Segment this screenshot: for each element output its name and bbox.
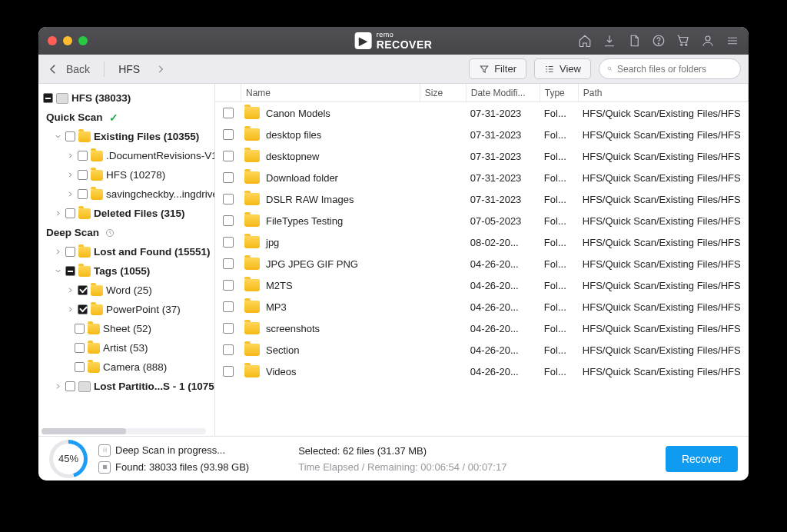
tree-existing-files[interactable]: Existing Files (10355) xyxy=(43,127,215,146)
caret-right-icon[interactable] xyxy=(66,286,75,294)
checkbox[interactable] xyxy=(65,247,75,257)
tree-powerpoint[interactable]: PowerPoint (37) xyxy=(43,300,215,319)
pause-button[interactable] xyxy=(98,444,111,457)
maximize-window-icon[interactable] xyxy=(78,36,88,45)
row-path: HFS/Quick Scan/Existing Files/HFS xyxy=(578,301,749,313)
tree-sheet[interactable]: Sheet (52) xyxy=(43,319,215,338)
row-date: 04-26-20... xyxy=(466,323,540,334)
checkbox[interactable] xyxy=(75,343,85,353)
download-icon[interactable] xyxy=(603,34,616,48)
checkbox[interactable] xyxy=(75,324,85,334)
checkbox[interactable] xyxy=(75,362,85,372)
row-checkbox[interactable] xyxy=(223,215,234,226)
scrollbar-thumb[interactable] xyxy=(42,428,126,434)
row-type: Fol... xyxy=(540,258,578,270)
tree-deep-scan[interactable]: Deep Scan xyxy=(43,223,215,242)
sidebar-scrollbar[interactable] xyxy=(42,428,206,434)
caret-right-icon[interactable] xyxy=(66,190,75,198)
view-button[interactable]: View xyxy=(534,58,591,79)
back-button[interactable]: Back xyxy=(46,62,90,76)
table-row[interactable]: M2TS04-26-20...Fol...HFS/Quick Scan/Exis… xyxy=(215,274,749,296)
recover-button[interactable]: Recover xyxy=(666,446,738,472)
tree-docrev[interactable]: .DocumentRevisions-V1 xyxy=(43,146,215,165)
row-checkbox[interactable] xyxy=(223,151,234,161)
checkbox[interactable] xyxy=(65,131,75,141)
checkbox[interactable] xyxy=(65,208,75,218)
row-checkbox[interactable] xyxy=(223,366,234,377)
col-path[interactable]: Path xyxy=(579,84,749,101)
close-window-icon[interactable] xyxy=(48,36,57,45)
minimize-window-icon[interactable] xyxy=(63,36,72,45)
row-checkbox[interactable] xyxy=(223,108,234,118)
caret-right-icon[interactable] xyxy=(66,305,75,314)
stop-button[interactable] xyxy=(98,461,111,474)
search-box[interactable] xyxy=(599,58,741,79)
tree-hfs-sub[interactable]: HFS (10278) xyxy=(43,165,215,185)
table-row[interactable]: DSLR RAW Images07-31-2023Fol...HFS/Quick… xyxy=(215,188,749,210)
row-checkbox[interactable] xyxy=(223,344,234,355)
tree-quick-scan[interactable]: Quick Scan ✓ xyxy=(43,108,215,127)
table-row[interactable]: MP304-26-20...Fol...HFS/Quick Scan/Exist… xyxy=(215,296,749,318)
col-date[interactable]: Date Modifi... xyxy=(467,84,540,101)
caret-right-icon[interactable] xyxy=(66,171,75,179)
caret-right-icon[interactable] xyxy=(66,151,75,160)
tree-artist[interactable]: Artist (53) xyxy=(43,338,215,357)
svg-point-1 xyxy=(658,43,659,44)
row-checkbox[interactable] xyxy=(223,323,234,334)
col-size[interactable]: Size xyxy=(420,84,467,101)
filter-button[interactable]: Filter xyxy=(469,58,526,79)
row-checkbox[interactable] xyxy=(223,258,234,269)
checkbox[interactable] xyxy=(78,189,88,199)
row-type: Fol... xyxy=(540,194,578,205)
search-input[interactable] xyxy=(617,64,732,75)
table-row[interactable]: screenshots04-26-20...Fol...HFS/Quick Sc… xyxy=(215,318,749,339)
caret-down-icon[interactable] xyxy=(54,132,62,141)
caret-right-icon[interactable] xyxy=(54,248,62,256)
table-row[interactable]: Download folder07-31-2023Fol...HFS/Quick… xyxy=(215,167,749,188)
checkbox[interactable] xyxy=(78,151,88,161)
table-row[interactable]: JPG JPEG GIF PNG04-26-20...Fol...HFS/Qui… xyxy=(215,253,749,274)
col-name[interactable]: Name xyxy=(241,84,420,101)
row-checkbox[interactable] xyxy=(223,280,234,291)
tree-savingcheck[interactable]: savingcheckby...ingdrive xyxy=(43,185,215,204)
savingcheck-label: savingcheckby...ingdrive xyxy=(106,188,215,200)
checkbox[interactable] xyxy=(78,285,88,295)
breadcrumb[interactable]: HFS xyxy=(118,63,140,75)
row-checkbox[interactable] xyxy=(223,129,234,140)
checkbox[interactable] xyxy=(78,170,88,180)
table-row[interactable]: Section04-26-20...Fol...HFS/Quick Scan/E… xyxy=(215,339,749,361)
tree-word[interactable]: Word (25) xyxy=(43,281,215,300)
table-row[interactable]: FileTypes Testing07-05-2023Fol...HFS/Qui… xyxy=(215,210,749,231)
tree-camera[interactable]: Camera (888) xyxy=(43,357,215,377)
table-row[interactable]: Canon Models07-31-2023Fol...HFS/Quick Sc… xyxy=(215,102,749,124)
user-icon[interactable] xyxy=(701,34,715,48)
row-checkbox[interactable] xyxy=(223,237,234,248)
checkbox[interactable] xyxy=(43,93,53,103)
row-checkbox[interactable] xyxy=(223,301,234,312)
row-checkbox[interactable] xyxy=(223,194,234,204)
row-checkbox[interactable] xyxy=(223,172,234,183)
table-row[interactable]: desktop files07-31-2023Fol...HFS/Quick S… xyxy=(215,124,749,145)
checkbox[interactable] xyxy=(65,381,75,391)
tree-lost-found[interactable]: Lost and Found (15551) xyxy=(43,242,215,261)
checkbox[interactable] xyxy=(78,304,88,314)
table-row[interactable]: jpg08-02-20...Fol...HFS/Quick Scan/Exist… xyxy=(215,231,749,253)
col-type[interactable]: Type xyxy=(540,84,579,101)
help-icon[interactable] xyxy=(652,34,666,48)
tree-root[interactable]: HFS (38033) xyxy=(43,88,215,108)
row-date: 08-02-20... xyxy=(466,237,540,248)
checkbox[interactable] xyxy=(65,266,75,276)
folder-icon xyxy=(244,258,260,270)
caret-right-icon[interactable] xyxy=(54,209,62,218)
tree-lost-partition[interactable]: Lost Partitio...S - 1 (10757) xyxy=(43,377,215,396)
tree-deleted[interactable]: Deleted Files (315) xyxy=(43,204,215,223)
menu-icon[interactable] xyxy=(726,34,739,48)
table-row[interactable]: desktopnew07-31-2023Fol...HFS/Quick Scan… xyxy=(215,145,749,167)
document-icon[interactable] xyxy=(627,34,641,48)
tree-tags[interactable]: Tags (1055) xyxy=(43,261,215,281)
caret-down-icon[interactable] xyxy=(54,267,62,275)
caret-right-icon[interactable] xyxy=(54,382,62,391)
table-row[interactable]: Videos04-26-20...Fol...HFS/Quick Scan/Ex… xyxy=(215,361,749,382)
cart-icon[interactable] xyxy=(676,34,690,48)
home-icon[interactable] xyxy=(578,34,592,48)
